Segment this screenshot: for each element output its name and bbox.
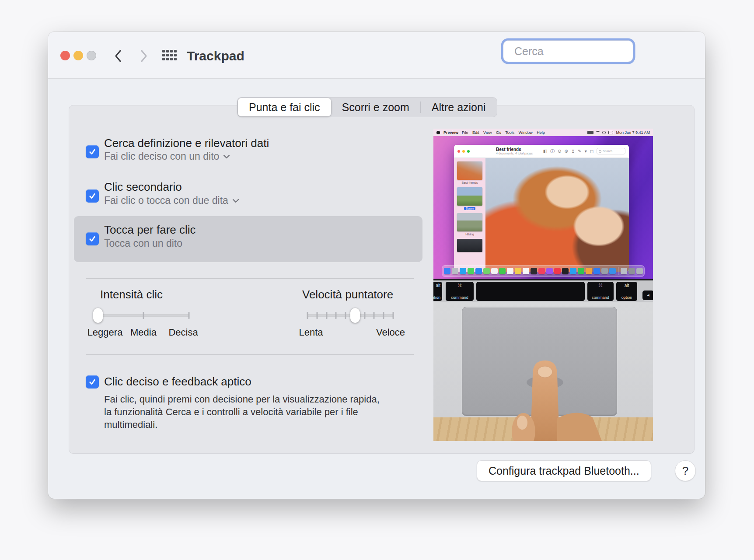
dock-app-icon [507, 268, 513, 274]
demo-keyboard-row: alt option ⌘ command ⌘ command alt opti [433, 280, 653, 302]
apple-menu-icon [436, 131, 440, 134]
tracking-speed-slider[interactable] [307, 314, 393, 317]
grid-dot [166, 50, 169, 52]
option-key: alt option [433, 282, 442, 301]
section-divider [86, 278, 414, 279]
demo-thumbnail-label-selected: Dawn [464, 207, 475, 210]
grid-dot [166, 54, 169, 56]
control-center-icon [608, 131, 613, 134]
settings-panel: Cerca definizione e rilevatori dati Fai … [69, 105, 695, 454]
slider-tick [335, 312, 337, 319]
checkbox-tocca-per-fare-clic[interactable] [86, 232, 99, 245]
dock-divider [618, 267, 618, 275]
tab-punta-e-fai-clic[interactable]: Punta e fai clic [238, 98, 331, 116]
slider-tick [393, 312, 394, 319]
show-all-grid-icon[interactable] [162, 50, 177, 60]
checkbox-feedback-aptico[interactable] [86, 375, 99, 388]
dock-app-icon [621, 268, 627, 274]
dock-app-icon [570, 268, 576, 274]
demo-desktop-wallpaper: Best friends 4 documents, 4 total pages … [433, 136, 653, 279]
slider-tick [326, 312, 327, 319]
demo-trackpad [462, 307, 617, 416]
search-field[interactable] [503, 40, 633, 62]
row-sublabel-text: Fai clic deciso con un dito [104, 150, 219, 162]
dock-app-icon [483, 268, 490, 274]
dock-app-icon [460, 268, 466, 274]
slider-thumb[interactable] [350, 308, 360, 323]
row-dropdown-cerca-definizione[interactable]: Fai clic deciso con un dito [104, 150, 230, 162]
key-label: ◀ [647, 293, 649, 298]
tab-scorri-e-zoom[interactable]: Scorri e zoom [331, 98, 420, 116]
close-button[interactable] [60, 51, 70, 60]
slider-tick [383, 312, 384, 319]
slider-tick [188, 312, 190, 319]
dock-app-icon [586, 268, 592, 274]
wifi-icon [596, 131, 600, 134]
forward-button[interactable] [138, 49, 150, 63]
demo-preview-toolbar-icon: ✎ [578, 149, 581, 154]
row-dropdown-clic-secondario[interactable]: Fai clic o tocca con due dita [104, 195, 239, 206]
search-input[interactable] [513, 45, 656, 58]
slider-thumb[interactable] [93, 308, 103, 323]
option-key: alt option [616, 282, 637, 301]
slider-tick [345, 312, 346, 319]
key-bottom-label: command [451, 296, 468, 300]
dock-app-icon [554, 268, 561, 274]
trackpad-preferences-window: Trackpad Punta e fai clic Scorri e zoom … [48, 32, 705, 499]
window-toolbar: Trackpad [48, 32, 705, 79]
minimize-button[interactable] [73, 51, 83, 60]
help-button[interactable]: ? [675, 460, 696, 481]
row-sublabel: Tocca con un dito [104, 238, 182, 249]
dock-app-icon [601, 268, 608, 274]
demo-laptop-body [433, 302, 653, 417]
dock-app-icon [562, 268, 569, 274]
key-bottom-label: command [592, 296, 609, 300]
checkbox-cerca-definizione[interactable] [86, 145, 99, 158]
demo-thumbnail-label: Best friends [462, 181, 478, 184]
dock-app-icon [609, 268, 616, 274]
chevron-left-icon [114, 49, 122, 63]
tick-label-decisa: Decisa [168, 327, 198, 338]
grid-dot [166, 58, 169, 60]
command-key: ⌘ command [587, 282, 614, 301]
back-button[interactable] [112, 49, 123, 63]
tab-bar: Punta e fai clic Scorri e zoom Altre azi… [237, 97, 497, 117]
demo-menubar-status: Mon Jun 7 9:41 AM [587, 130, 650, 135]
chevron-down-icon [223, 154, 230, 159]
checkbox-clic-secondario[interactable] [86, 189, 99, 203]
tick-label-leggera: Leggera [87, 327, 123, 338]
row-label: Clic secondario [104, 180, 182, 194]
check-icon [88, 192, 96, 200]
tab-altre-azioni[interactable]: Altre azioni [421, 98, 497, 116]
zoom-button[interactable] [87, 51, 96, 60]
demo-menus: File Edit View Go Tools Window Help [462, 130, 545, 135]
dock-app-icon [523, 268, 529, 274]
configure-bluetooth-trackpad-button[interactable]: Configura trackpad Bluetooth... [477, 460, 651, 481]
command-key: ⌘ command [446, 282, 474, 301]
grid-dot [170, 50, 173, 52]
grid-dot [170, 58, 173, 60]
dock-app-icon [636, 268, 643, 274]
demo-preview-search-field: Search [597, 148, 625, 154]
dock-app-icon [515, 268, 521, 274]
haptic-label: Clic deciso e feedback aptico [104, 375, 251, 388]
demo-photo [485, 158, 629, 272]
key-bottom-label: option [433, 296, 440, 300]
demo-minimize-button [462, 150, 465, 153]
demo-zoom-button [467, 150, 470, 153]
demo-document-title-block: Best friends 4 documents, 4 total pages [496, 147, 533, 155]
click-pressure-slider[interactable] [98, 314, 189, 317]
dock-app-icon [593, 268, 600, 274]
demo-preview-sidebar: Best friends Dawn Hiking [454, 158, 485, 272]
chevron-down-icon [232, 199, 239, 203]
tick-label-media: Media [130, 327, 157, 338]
demo-preview-toolbar-icon: ↥ [571, 149, 575, 154]
slider-label-velocita: Velocità puntatore [302, 288, 393, 301]
dock-app-icon [499, 268, 506, 274]
dock-app-icon [444, 268, 450, 274]
dock-app-icon [546, 268, 553, 274]
search-icon [599, 150, 601, 153]
grid-dot [162, 54, 165, 56]
demo-preview-toolbar-icon: ▾ [585, 149, 587, 154]
demo-preview-titlebar: Best friends 4 documents, 4 total pages … [454, 145, 629, 158]
